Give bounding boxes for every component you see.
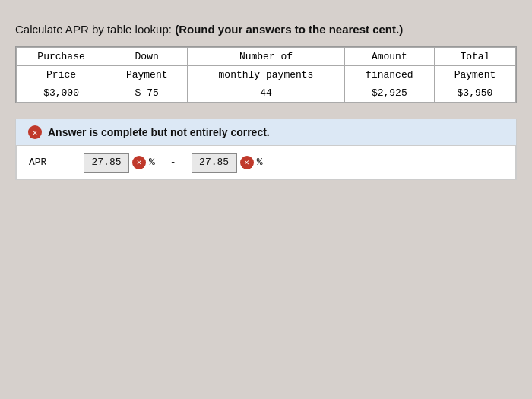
apr-input-group-1: ✕ % [78,153,161,173]
apr-input-1[interactable] [84,153,129,173]
col-num-h2: monthly payments [188,66,345,84]
apr-row: APR ✕ % - ✕ % [16,146,516,179]
answer-banner-text: Answer is complete but not entirely corr… [48,126,270,138]
col-amount-h1: Amount [344,48,434,66]
col-purchase-h1: Purchase [17,48,106,66]
table-header-row-1: Purchase Down Number of Amount Total [17,48,516,66]
answer-banner: ✕ Answer is complete but not entirely co… [16,119,516,146]
col-purchase-h2: Price [17,66,106,84]
answer-section: ✕ Answer is complete but not entirely co… [15,119,517,180]
apr-input-2[interactable] [192,153,237,173]
col-total-h1: Total [434,48,515,66]
col-down-h2: Payment [106,66,188,84]
data-table-wrapper: Purchase Down Number of Amount Total Pri… [15,46,517,103]
cell-total-payment: $3,950 [434,84,515,103]
instruction-bold: (Round your answers to the nearest cent.… [175,23,403,36]
apr-input-group-2: ✕ % [185,153,269,173]
cell-down-payment: $ 75 [106,84,188,103]
table-data-row: $3,000 $ 75 44 $2,925 $3,950 [17,84,516,103]
cell-num-payments: 44 [188,84,345,103]
apr-label: APR [17,152,78,173]
wrong-icon-1[interactable]: ✕ [132,156,146,169]
wrong-icon-2[interactable]: ✕ [240,156,254,169]
instruction-text: Calculate APR by table lookup: [15,23,172,36]
col-num-h1: Number of [188,48,345,66]
col-total-h2: Payment [434,66,515,84]
error-icon: ✕ [28,125,42,139]
table-header-row-2: Price Payment monthly payments financed … [17,66,516,84]
col-amount-h2: financed [344,66,434,84]
percent-label-1: % [149,157,155,168]
instruction: Calculate APR by table lookup: (Round yo… [15,23,517,36]
col-down-h1: Down [106,48,188,66]
cell-purchase-price: $3,000 [17,84,106,103]
percent-label-2: % [257,157,263,168]
cell-amount-financed: $2,925 [344,84,434,103]
dash-separator: - [161,157,185,168]
data-table: Purchase Down Number of Amount Total Pri… [16,47,516,103]
main-container: Calculate APR by table lookup: (Round yo… [15,23,517,180]
